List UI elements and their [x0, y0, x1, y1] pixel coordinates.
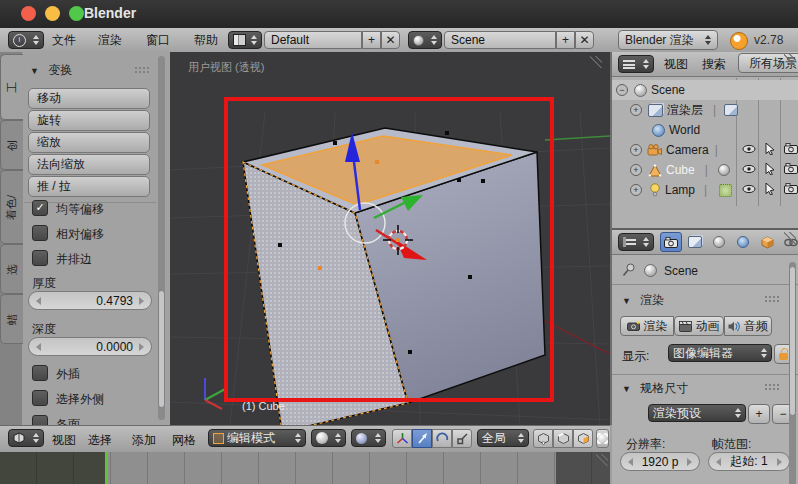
rotate-manipulator-toggle[interactable]	[432, 429, 452, 448]
relative-offset-checkbox[interactable]	[32, 225, 48, 241]
render-panel-header[interactable]: ▼ 渲染	[622, 292, 664, 309]
scale-manipulator-toggle[interactable]	[452, 429, 472, 448]
outliner-search-menu[interactable]: 搜索	[702, 56, 726, 73]
tab-grease-pencil[interactable]: 蜡	[0, 294, 23, 344]
screen-layout-browse-button[interactable]	[228, 31, 262, 49]
scene-name-field[interactable]: Scene	[444, 31, 556, 49]
editor-type-button-properties[interactable]	[618, 233, 654, 251]
tab-shading[interactable]: 着色/	[0, 170, 23, 244]
face-select-mode-button-active[interactable]	[573, 429, 593, 448]
tab-render[interactable]	[660, 232, 682, 252]
decrement-arrow-icon[interactable]	[36, 343, 41, 351]
area-corner-widget[interactable]	[590, 56, 602, 68]
render-still-button[interactable]: 渲染	[620, 316, 674, 336]
expand-toggle-icon[interactable]: +	[630, 144, 642, 156]
outliner-row-camera[interactable]: + Camera |	[612, 140, 798, 160]
render-restrict-camera-icon[interactable]	[784, 143, 798, 157]
hide-eye-icon[interactable]	[742, 163, 756, 177]
face-center-dot-selected[interactable]	[318, 266, 322, 270]
render-preset-select[interactable]: 渲染预设	[648, 404, 746, 422]
shrink-fatten-button[interactable]: 法向缩放	[28, 154, 150, 175]
viewport-canvas[interactable]	[170, 52, 610, 425]
rotate-button[interactable]: 旋转	[28, 110, 150, 131]
add-preset-button[interactable]: +	[748, 404, 770, 424]
render-restrict-camera-icon[interactable]	[784, 183, 798, 197]
increment-arrow-icon[interactable]	[139, 297, 144, 305]
delete-scene-button[interactable]: ✕	[575, 31, 594, 49]
minimize-traffic-light[interactable]	[45, 6, 60, 21]
delete-layout-button[interactable]: ✕	[381, 31, 400, 49]
panel-drag-dots[interactable]	[764, 383, 780, 391]
increment-arrow-icon[interactable]	[777, 458, 782, 466]
add-scene-button[interactable]: +	[556, 31, 575, 49]
menu-window[interactable]: 窗口	[146, 32, 170, 49]
close-traffic-light[interactable]	[21, 6, 36, 21]
editor-type-button-info[interactable]: i	[8, 31, 44, 49]
tab-scene[interactable]	[708, 232, 730, 252]
menu-render[interactable]: 渲染	[98, 32, 122, 49]
collapse-toggle-icon[interactable]: −	[616, 84, 628, 96]
area-corner-widget[interactable]	[784, 232, 796, 244]
tab-render-layers[interactable]	[684, 232, 706, 252]
resolution-x-field[interactable]: 1920 p	[620, 452, 700, 471]
transform-orientation-select[interactable]: 全局	[477, 429, 529, 447]
outliner-item-label[interactable]: Scene	[651, 83, 685, 97]
tab-world[interactable]	[732, 232, 754, 252]
transform-panel-header[interactable]: ▼ 变换	[30, 62, 72, 79]
pin-icon[interactable]	[622, 263, 635, 277]
increment-arrow-icon[interactable]	[687, 458, 692, 466]
tab-options[interactable]: 选	[0, 244, 23, 294]
hide-eye-icon[interactable]	[742, 183, 756, 197]
render-audio-button[interactable]: 音频	[724, 316, 772, 336]
tool-shelf-scrollbar-thumb[interactable]	[158, 290, 165, 408]
push-pull-button[interactable]: 推 / 拉	[28, 176, 150, 197]
hide-eye-icon[interactable]	[742, 143, 756, 157]
outliner-item-label[interactable]: World	[669, 123, 700, 137]
viewport-shading-select[interactable]	[311, 429, 346, 447]
outliner-view-menu[interactable]: 视图	[664, 56, 688, 73]
outliner-item-label[interactable]: 渲染层	[667, 102, 703, 119]
menu-help[interactable]: 帮助	[194, 32, 218, 49]
edge-select-mode-button[interactable]	[553, 429, 573, 448]
selectable-cursor-icon[interactable]	[765, 183, 776, 198]
thickness-field[interactable]: 0.4793	[28, 291, 152, 310]
mode-select[interactable]: 编辑模式	[208, 429, 306, 447]
selectable-cursor-icon[interactable]	[765, 163, 776, 178]
outliner-item-label[interactable]: Lamp	[665, 183, 695, 197]
decrement-arrow-icon[interactable]	[716, 458, 721, 466]
current-frame-marker[interactable]	[105, 452, 108, 484]
increment-arrow-icon[interactable]	[139, 343, 144, 351]
add-menu[interactable]: 添加	[132, 432, 156, 449]
individual-faces-checkbox[interactable]	[32, 415, 48, 425]
screen-layout-name-field[interactable]: Default	[264, 31, 362, 49]
tab-object[interactable]	[756, 232, 778, 252]
translate-manipulator-toggle[interactable]	[412, 429, 432, 448]
panel-drag-dots[interactable]	[764, 295, 780, 303]
outliner-row-cube[interactable]: + Cube |	[612, 160, 798, 180]
scene-browse-button[interactable]	[408, 31, 442, 49]
timeline-strip[interactable]	[0, 452, 610, 484]
maximize-traffic-light[interactable]	[69, 6, 84, 21]
outliner-row-world[interactable]: World	[612, 120, 798, 140]
tab-create[interactable]: 创	[0, 120, 23, 170]
properties-scrollbar-thumb[interactable]	[789, 266, 796, 416]
expand-toggle-icon[interactable]: +	[630, 184, 642, 196]
editor-type-button-outliner[interactable]	[618, 55, 654, 73]
select-menu[interactable]: 选择	[88, 432, 112, 449]
area-corner-widget[interactable]	[596, 454, 608, 466]
select-outer-checkbox[interactable]	[32, 390, 48, 406]
render-layer-icon[interactable]	[724, 104, 738, 116]
decrement-arrow-icon[interactable]	[628, 458, 633, 466]
pivot-point-select[interactable]	[351, 429, 386, 447]
vertex-select-mode-button[interactable]	[533, 429, 553, 448]
3d-viewport[interactable]: 用户视图 (透视) (1) Cube	[170, 52, 612, 425]
frame-start-field[interactable]: 起始: 1	[708, 452, 790, 471]
render-animation-button[interactable]: 动画	[674, 316, 724, 336]
render-display-select[interactable]: 图像编辑器	[668, 344, 772, 362]
render-engine-select[interactable]: Blender 渲染	[618, 30, 718, 50]
limit-selection-to-visible-button[interactable]	[596, 429, 609, 448]
outliner-row-lamp[interactable]: + Lamp |	[612, 180, 798, 200]
depth-field[interactable]: 0.0000	[28, 337, 152, 356]
outset-checkbox[interactable]	[32, 365, 48, 381]
outliner-item-label[interactable]: Cube	[666, 163, 695, 177]
